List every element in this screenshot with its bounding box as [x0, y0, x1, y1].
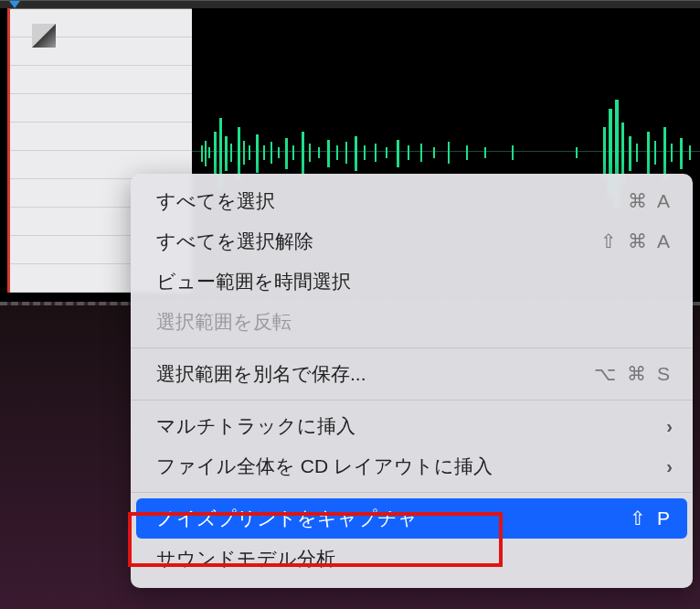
menu-item-deselect-all[interactable]: すべてを選択解除 ⇧ ⌘ A [131, 221, 693, 262]
svg-rect-40 [636, 144, 638, 162]
chevron-right-icon: › [666, 456, 673, 477]
svg-rect-6 [230, 144, 232, 162]
context-menu: すべてを選択 ⌘ A すべてを選択解除 ⇧ ⌘ A ビュー範囲を時間選択 選択範… [131, 174, 693, 588]
svg-rect-41 [647, 132, 650, 176]
svg-rect-20 [336, 145, 338, 160]
svg-rect-18 [318, 147, 320, 158]
svg-rect-31 [466, 145, 468, 160]
svg-rect-1 [205, 141, 207, 166]
menu-label: すべてを選択解除 [156, 229, 313, 254]
svg-rect-45 [680, 138, 683, 169]
svg-rect-43 [663, 127, 666, 180]
svg-rect-10 [256, 134, 259, 173]
svg-rect-3 [214, 132, 217, 176]
svg-rect-8 [243, 141, 245, 165]
svg-rect-34 [576, 147, 578, 158]
menu-item-sound-model-analysis[interactable]: サウンドモデル分析 [131, 539, 693, 579]
svg-rect-24 [375, 144, 377, 162]
menu-item-select-all[interactable]: すべてを選択 ⌘ A [131, 181, 693, 221]
menu-shortcut: ⇧ ⌘ A [600, 230, 673, 252]
menu-label: ノイズプリントをキャプチャ [156, 506, 418, 531]
svg-rect-11 [263, 145, 265, 160]
svg-rect-42 [654, 141, 656, 165]
menu-label: すべてを選択 [156, 188, 275, 214]
timeline-ruler[interactable] [0, 0, 700, 8]
menu-separator [131, 347, 693, 348]
svg-rect-14 [285, 138, 288, 169]
svg-rect-15 [292, 145, 294, 160]
svg-rect-32 [484, 147, 486, 158]
svg-rect-17 [309, 144, 311, 162]
svg-rect-46 [689, 145, 691, 160]
menu-label: サウンドモデル分析 [156, 546, 335, 572]
svg-rect-0 [201, 145, 203, 162]
menu-item-save-selection-as[interactable]: 選択範囲を別名で保存... ⌥ ⌘ S [131, 354, 693, 394]
svg-rect-29 [433, 147, 435, 158]
menu-label: 選択範囲を別名で保存... [156, 361, 366, 387]
menu-shortcut: ⇧ P [630, 508, 673, 529]
svg-rect-16 [302, 132, 304, 176]
menu-label: ファイル全体を CD レイアウトに挿入 [156, 454, 493, 479]
svg-rect-9 [249, 145, 250, 160]
svg-rect-2 [208, 147, 210, 158]
clip-thumbnail-icon [32, 24, 56, 48]
menu-shortcut: ⌥ ⌘ S [594, 363, 673, 385]
svg-rect-30 [448, 142, 450, 164]
menu-separator [131, 400, 693, 401]
svg-rect-7 [238, 127, 240, 180]
svg-rect-23 [364, 145, 366, 160]
menu-item-capture-noise-print[interactable]: ノイズプリントをキャプチャ ⇧ P [136, 498, 687, 539]
svg-rect-35 [603, 127, 606, 180]
svg-rect-39 [629, 136, 631, 171]
svg-rect-22 [355, 136, 357, 171]
svg-rect-27 [408, 145, 409, 160]
svg-rect-28 [420, 144, 422, 162]
menu-item-insert-cd-layout[interactable]: ファイル全体を CD レイアウトに挿入 › [131, 446, 693, 486]
svg-rect-19 [327, 140, 330, 167]
svg-rect-21 [345, 142, 347, 164]
svg-rect-26 [397, 140, 399, 167]
svg-rect-25 [386, 147, 387, 158]
menu-label: ビュー範囲を時間選択 [156, 269, 351, 294]
svg-rect-33 [512, 145, 514, 160]
svg-rect-12 [270, 142, 272, 164]
svg-rect-5 [225, 136, 228, 171]
menu-label: マルチトラックに挿入 [156, 413, 355, 439]
svg-rect-44 [671, 144, 673, 162]
menu-separator [131, 492, 693, 493]
svg-rect-13 [278, 147, 280, 158]
menu-item-invert-selection: 選択範囲を反転 [131, 302, 693, 342]
menu-label: 選択範囲を反転 [156, 309, 292, 335]
menu-item-insert-multitrack[interactable]: マルチトラックに挿入 › [131, 406, 693, 446]
playhead-marker[interactable] [9, 1, 20, 8]
menu-shortcut: ⌘ A [628, 190, 673, 212]
menu-item-select-view-range[interactable]: ビュー範囲を時間選択 [131, 262, 693, 302]
chevron-right-icon: › [666, 416, 673, 437]
